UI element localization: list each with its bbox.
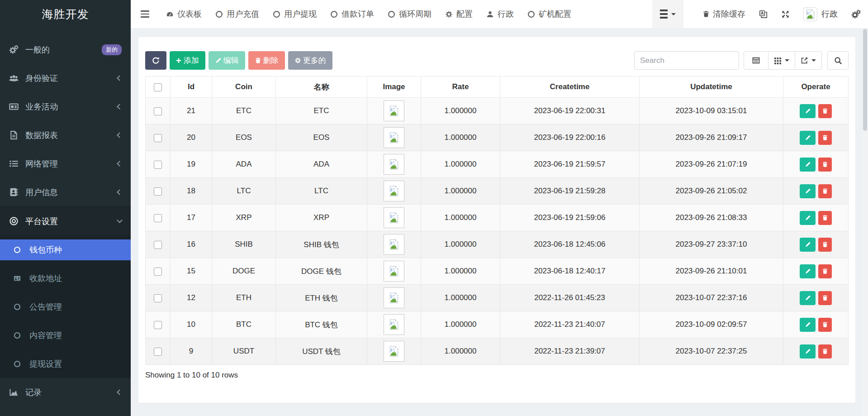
add-button[interactable]: + 添加 bbox=[170, 51, 205, 70]
sidebar-subitem-link[interactable]: 内容管理 bbox=[0, 325, 131, 346]
cell-rate: 1.000000 bbox=[421, 258, 500, 285]
nav-item-6[interactable]: 配置 bbox=[438, 0, 479, 28]
nav-item-1[interactable]: 仪表板 bbox=[159, 0, 209, 28]
coin-image-thumbnail[interactable] bbox=[384, 341, 404, 362]
coin-image-thumbnail[interactable] bbox=[384, 287, 404, 308]
sidebar-item[interactable]: 用户信息 bbox=[0, 178, 131, 206]
row-checkbox[interactable] bbox=[154, 187, 162, 196]
row-checkbox[interactable] bbox=[154, 134, 162, 142]
nav-item-5[interactable]: 循环周期 bbox=[381, 0, 438, 28]
search-button[interactable] bbox=[827, 51, 849, 70]
chevron-left-icon bbox=[117, 104, 123, 110]
export-dropdown-button[interactable] bbox=[795, 51, 822, 70]
nav-item-4[interactable]: 借款订单 bbox=[323, 0, 381, 28]
sidebar-item[interactable]: 业务活动 bbox=[0, 92, 131, 121]
sidebar-toggle-button[interactable] bbox=[131, 0, 159, 28]
coin-image-thumbnail[interactable] bbox=[384, 234, 404, 255]
nav-item-3[interactable]: 用户提现 bbox=[266, 0, 323, 28]
row-delete-button[interactable] bbox=[818, 291, 832, 305]
broken-image-icon bbox=[388, 105, 400, 117]
delete-button[interactable]: 删除 bbox=[248, 51, 285, 70]
row-checkbox[interactable] bbox=[154, 294, 162, 302]
select-all-checkbox[interactable] bbox=[154, 83, 162, 91]
row-checkbox[interactable] bbox=[154, 348, 162, 356]
coin-image-thumbnail[interactable] bbox=[384, 207, 404, 228]
tabs-list-dropdown-button[interactable] bbox=[652, 0, 683, 28]
vertical-scrollbar[interactable] bbox=[862, 28, 868, 416]
coin-image-thumbnail[interactable] bbox=[384, 261, 404, 282]
refresh-icon bbox=[152, 57, 160, 64]
row-edit-button[interactable] bbox=[800, 318, 816, 332]
edit-button[interactable]: 编辑 bbox=[209, 51, 245, 70]
magnifier-icon bbox=[834, 57, 842, 65]
row-delete-button[interactable] bbox=[818, 131, 832, 145]
fullscreen-icon[interactable] bbox=[781, 10, 790, 19]
clear-cache-button[interactable]: 清除缓存 bbox=[702, 9, 745, 19]
coin-image-thumbnail[interactable] bbox=[384, 127, 404, 148]
view-button-group bbox=[744, 51, 822, 70]
scrollbar-thumb[interactable] bbox=[863, 29, 867, 131]
row-edit-button[interactable] bbox=[800, 104, 816, 118]
sidebar-subitem: 收款地址 bbox=[0, 264, 131, 292]
row-edit-button[interactable] bbox=[800, 158, 816, 172]
nav-item-8[interactable]: 矿机配置 bbox=[521, 0, 578, 28]
row-edit-button[interactable] bbox=[800, 238, 816, 252]
search-input[interactable] bbox=[634, 51, 739, 70]
row-checkbox[interactable] bbox=[154, 107, 162, 115]
row-delete-button[interactable] bbox=[818, 264, 832, 278]
sidebar-item[interactable]: 网络管理 bbox=[0, 149, 131, 178]
row-checkbox[interactable] bbox=[154, 268, 162, 276]
row-checkbox[interactable] bbox=[154, 214, 162, 222]
sidebar-item[interactable]: 记录 bbox=[0, 378, 131, 406]
row-delete-button[interactable] bbox=[818, 158, 832, 172]
row-delete-button[interactable] bbox=[818, 184, 832, 198]
brand-title: 海胜开发 bbox=[0, 0, 131, 28]
sidebar-item[interactable]: 一般的新的 bbox=[0, 35, 131, 64]
coin-image-thumbnail[interactable] bbox=[384, 181, 404, 201]
row-edit-button[interactable] bbox=[800, 291, 816, 305]
coin-image-thumbnail[interactable] bbox=[384, 100, 404, 121]
row-delete-button[interactable] bbox=[818, 344, 832, 359]
row-edit-button[interactable] bbox=[800, 264, 816, 278]
row-edit-button[interactable] bbox=[800, 211, 816, 225]
coin-image-thumbnail[interactable] bbox=[384, 154, 404, 175]
sidebar-item[interactable]: 数据报表 bbox=[0, 121, 131, 149]
file-text-icon bbox=[9, 130, 22, 140]
row-edit-button[interactable] bbox=[800, 184, 816, 198]
nav-item-7[interactable]: 行政 bbox=[479, 0, 521, 28]
refresh-button[interactable] bbox=[145, 51, 166, 70]
avatar bbox=[803, 7, 817, 21]
coin-image-thumbnail[interactable] bbox=[384, 314, 404, 335]
top-navbar: 仪表板用户充值用户提现借款订单循环周期配置行政矿机配置 清除缓存 行政 bbox=[131, 0, 868, 28]
sidebar-subitem-link[interactable]: 公告管理 bbox=[0, 296, 131, 317]
nav-item-2[interactable]: 用户充值 bbox=[209, 0, 266, 28]
cell-rate: 1.000000 bbox=[421, 311, 500, 338]
row-delete-button[interactable] bbox=[818, 238, 832, 252]
cell-image bbox=[367, 205, 421, 231]
table-row: 12ETHETH 钱包 1.0000002022-11-26 01:45:232… bbox=[146, 285, 849, 311]
row-edit-button[interactable] bbox=[800, 131, 816, 145]
sidebar-item-label: 记录 bbox=[25, 387, 42, 398]
sidebar-item[interactable]: 身份验证 bbox=[0, 64, 131, 92]
sidebar-subitem-link[interactable]: 钱包币种 bbox=[0, 239, 131, 260]
circle-icon bbox=[14, 360, 25, 368]
row-delete-button[interactable] bbox=[818, 211, 832, 225]
row-delete-button[interactable] bbox=[818, 318, 832, 332]
row-delete-button[interactable] bbox=[818, 104, 832, 118]
nav-item-label: 矿机配置 bbox=[539, 9, 571, 19]
cell-coin: SHIB bbox=[212, 231, 276, 258]
row-checkbox[interactable] bbox=[154, 321, 162, 329]
more-button[interactable]: 更多的 bbox=[288, 51, 332, 70]
row-edit-button[interactable] bbox=[800, 344, 816, 359]
user-menu[interactable]: 行政 bbox=[803, 7, 838, 21]
card-view-toggle-button[interactable] bbox=[744, 51, 768, 70]
row-checkbox[interactable] bbox=[154, 241, 162, 249]
row-checkbox[interactable] bbox=[154, 161, 162, 169]
table-row: 15DOGEDOGE 钱包 1.0000002023-06-18 12:40:1… bbox=[146, 258, 849, 285]
language-translate-icon[interactable] bbox=[759, 10, 768, 19]
settings-gears-icon[interactable] bbox=[851, 10, 861, 19]
sidebar-item[interactable]: 平台设置 bbox=[0, 207, 131, 235]
columns-dropdown-button[interactable] bbox=[768, 51, 795, 70]
sidebar-subitem-link[interactable]: 收款地址 bbox=[0, 268, 131, 289]
sidebar-subitem-link[interactable]: 提现设置 bbox=[0, 354, 131, 374]
